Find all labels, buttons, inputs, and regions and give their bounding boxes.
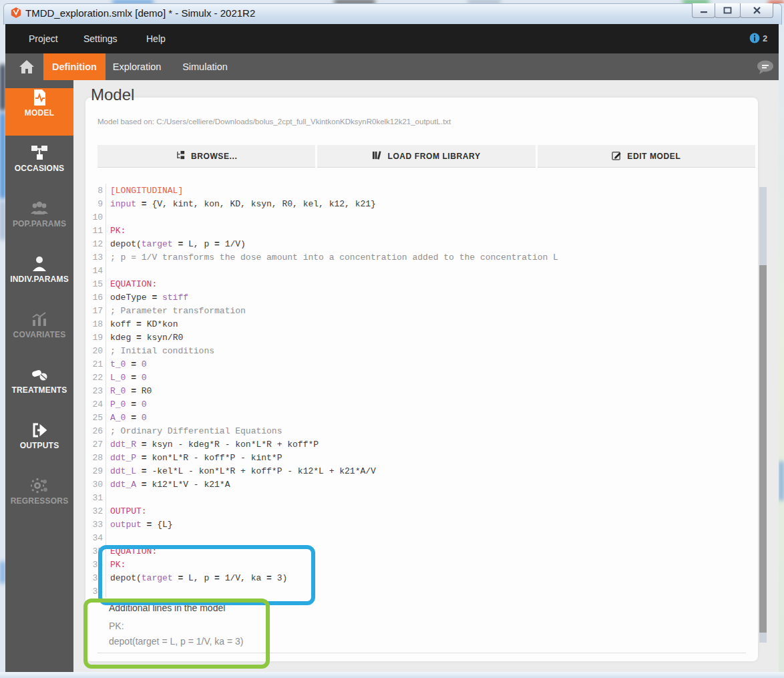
window-bottom-border bbox=[0, 672, 784, 678]
model-icon bbox=[30, 88, 49, 107]
line-number: 38 bbox=[91, 586, 106, 597]
sidebar-item-occasions[interactable]: OCCASIONS bbox=[5, 144, 73, 191]
menu-settings[interactable]: Settings bbox=[83, 33, 118, 44]
code-line-37: 37depot(target = L, p = 1/V, ka = 3) bbox=[91, 571, 752, 584]
code-text: ; Parameter transformation bbox=[106, 306, 246, 316]
line-number: 32 bbox=[91, 506, 106, 516]
scrollbar-thumb[interactable] bbox=[759, 265, 767, 633]
menu-bar: Project Settings Help 2 bbox=[5, 24, 779, 53]
sidebar-item-label: POP.PARAMS bbox=[5, 219, 73, 228]
line-number: 18 bbox=[91, 319, 106, 329]
sidebar-nav: MODELOCCASIONSPOP.PARAMSINDIV.PARAMSCOVA… bbox=[5, 80, 73, 672]
code-text: ddt_R = ksyn - kdeg*R - kon*L*R + koff*P bbox=[106, 440, 319, 450]
sidebar-item-outputs[interactable]: OUTPUTS bbox=[5, 421, 73, 468]
code-text: ; p = 1/V transforms the dose amount int… bbox=[106, 252, 558, 263]
edit-model-button[interactable]: EDIT MODEL bbox=[538, 145, 755, 168]
gutter-separator bbox=[106, 531, 106, 544]
line-number: 26 bbox=[91, 426, 106, 436]
edit-pencil-icon bbox=[612, 150, 622, 162]
info-icon[interactable] bbox=[749, 33, 760, 43]
code-line-22: 22L_0 = 0 bbox=[91, 371, 752, 384]
line-number: 29 bbox=[91, 466, 106, 476]
line-number: 11 bbox=[91, 226, 106, 236]
line-number: 37 bbox=[91, 573, 106, 583]
gutter-separator bbox=[106, 584, 106, 598]
browse--button[interactable]: BROWSE... bbox=[97, 145, 315, 168]
sidebar-item-indiv-params[interactable]: INDIV.PARAMS bbox=[5, 255, 73, 302]
code-line-23: 23R_0 = R0 bbox=[91, 384, 752, 397]
notifications[interactable]: 2 bbox=[749, 33, 767, 43]
sidebar-item-label: TREATMENTS bbox=[5, 385, 73, 395]
sidebar-item-label: COVARIATES bbox=[5, 330, 73, 339]
gutter-separator bbox=[106, 210, 106, 224]
menu-help[interactable]: Help bbox=[146, 33, 166, 44]
simulx-logo-icon bbox=[10, 7, 22, 19]
code-text: P_0 = 0 bbox=[106, 399, 147, 409]
code-line-10: 10 bbox=[91, 210, 752, 224]
home-icon[interactable] bbox=[19, 59, 35, 74]
line-number: 13 bbox=[91, 252, 106, 263]
code-text: L_0 = 0 bbox=[106, 373, 147, 383]
browse-tree-icon bbox=[176, 150, 186, 162]
minimize-button[interactable] bbox=[692, 3, 715, 18]
gutter-separator bbox=[106, 264, 106, 277]
sidebar-item-regressors[interactable]: REGRESSORS bbox=[5, 476, 73, 524]
pop-params-icon bbox=[30, 199, 49, 218]
code-text: output = {L} bbox=[106, 520, 173, 530]
window-right-border bbox=[779, 3, 784, 672]
sidebar-item-pop-params[interactable]: POP.PARAMS bbox=[5, 199, 73, 246]
code-text: OUTPUT: bbox=[106, 506, 147, 516]
toolbar-button-label: BROWSE... bbox=[191, 152, 237, 161]
sidebar-item-covariates[interactable]: COVARIATES bbox=[5, 310, 73, 357]
desktop-bleed bbox=[0, 64, 5, 111]
close-button[interactable] bbox=[740, 3, 773, 18]
line-number: 10 bbox=[91, 212, 106, 222]
code-line-38: 38 bbox=[91, 584, 752, 598]
gutter-separator bbox=[106, 491, 106, 504]
line-number: 30 bbox=[91, 480, 106, 490]
code-line-16: 16odeType = stiff bbox=[91, 291, 752, 304]
sidebar-item-treatments[interactable]: TREATMENTS bbox=[5, 365, 73, 413]
code-line-24: 24P_0 = 0 bbox=[91, 397, 752, 411]
menu-project[interactable]: Project bbox=[29, 33, 58, 44]
toolbar-button-label: LOAD FROM LIBRARY bbox=[387, 152, 480, 161]
code-line-29: 29ddt_L = -kel*L - kon*L*R + koff*P - k1… bbox=[91, 464, 752, 478]
code-text: kdeg = ksyn/R0 bbox=[106, 333, 183, 343]
code-text: ; Initial conditions bbox=[106, 346, 214, 356]
tab-simulation[interactable]: Simulation bbox=[176, 53, 234, 80]
code-text: depot(target = L, p = 1/V) bbox=[106, 239, 246, 249]
code-text: t_0 = 0 bbox=[106, 359, 147, 369]
code-line-15: 15EQUATION: bbox=[91, 277, 752, 291]
code-text: PK: bbox=[106, 226, 126, 236]
library-icon bbox=[372, 150, 382, 162]
code-line-26: 26; Ordinary Differential Equations bbox=[91, 424, 752, 438]
line-number: 21 bbox=[91, 359, 106, 369]
sidebar-item-model[interactable]: MODEL bbox=[5, 88, 73, 136]
line-number: 24 bbox=[91, 399, 106, 409]
code-line-11: 11PK: bbox=[91, 224, 752, 237]
code-line-17: 17; Parameter transformation bbox=[91, 304, 752, 317]
code-line-21: 21t_0 = 0 bbox=[91, 357, 752, 371]
line-number: 16 bbox=[91, 293, 106, 303]
code-line-12: 12depot(target = L, p = 1/V) bbox=[91, 237, 752, 250]
code-text: [LONGITUDINAL] bbox=[106, 186, 183, 196]
tab-definition[interactable]: Definition bbox=[43, 53, 106, 80]
line-number: 22 bbox=[91, 373, 106, 383]
tab-exploration[interactable]: Exploration bbox=[107, 53, 167, 80]
code-line-33: 33output = {L} bbox=[91, 518, 752, 531]
code-line-35: 35EQUATION: bbox=[91, 544, 752, 558]
line-number: 17 bbox=[91, 306, 106, 316]
maximize-button[interactable] bbox=[715, 3, 741, 18]
chat-bubble-icon[interactable] bbox=[757, 60, 775, 75]
window-title: TMDD_exploration.smlx [demo] * - Simulx … bbox=[25, 7, 255, 19]
desktop-bleed bbox=[0, 200, 5, 240]
line-number: 36 bbox=[91, 560, 106, 570]
load-from-library-button[interactable]: LOAD FROM LIBRARY bbox=[317, 145, 535, 168]
line-number: 27 bbox=[91, 440, 106, 450]
sidebar-item-label: OCCASIONS bbox=[5, 164, 73, 173]
line-number: 25 bbox=[91, 413, 106, 423]
model-source-path: Model based on: C:/Users/celliere/Downlo… bbox=[97, 118, 451, 126]
tab-bar: Definition Exploration Simulation bbox=[5, 53, 779, 80]
additional-lines-title: Additional lines in the model bbox=[109, 603, 225, 613]
line-number: 9 bbox=[91, 199, 106, 209]
